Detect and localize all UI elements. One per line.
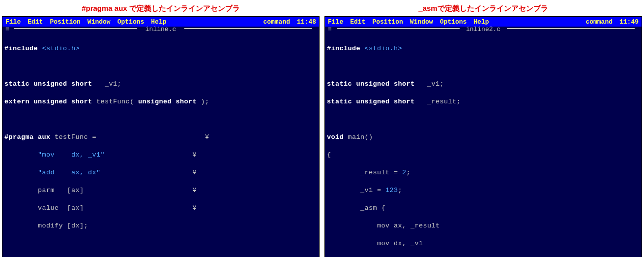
code-area[interactable]: #include <stdio.h> static unsigned short…	[325, 34, 642, 257]
right-caption: _asmで定義したインラインアセンブラ	[324, 2, 642, 16]
menu-edit[interactable]: Edit	[28, 18, 43, 26]
control-menu-icon[interactable]: ≡	[328, 27, 331, 33]
title-line: ≡ inline2.c	[325, 27, 642, 34]
control-menu-icon[interactable]: ≡	[5, 27, 9, 33]
left-caption: #pragma aux で定義したインラインアセンブラ	[2, 2, 320, 16]
mode-indicator: command	[263, 18, 290, 26]
menu-help[interactable]: Help	[151, 18, 166, 26]
menu-bar: File Edit Position Window Options Help c…	[2, 17, 319, 27]
menu-position[interactable]: Position	[50, 18, 80, 26]
clock: 11:49	[619, 18, 639, 26]
menu-window[interactable]: Window	[88, 18, 111, 26]
clock: 11:48	[297, 18, 316, 26]
left-editor-panel: #pragma aux で定義したインラインアセンブラ File Edit Po…	[2, 2, 320, 255]
menu-file[interactable]: File	[328, 18, 343, 26]
menu-window[interactable]: Window	[410, 18, 433, 26]
left-editor: File Edit Position Window Options Help c…	[2, 16, 320, 257]
title-line: ≡ inline.c	[2, 27, 319, 34]
code-area[interactable]: #include <stdio.h> static unsigned short…	[2, 34, 319, 257]
menu-file[interactable]: File	[5, 18, 21, 26]
menu-options[interactable]: Options	[440, 18, 467, 26]
right-editor-panel: _asmで定義したインラインアセンブラ File Edit Position W…	[324, 2, 642, 255]
filename-label: inline2.c	[464, 27, 502, 33]
menu-edit[interactable]: Edit	[350, 18, 365, 26]
menu-position[interactable]: Position	[372, 18, 403, 26]
menu-options[interactable]: Options	[117, 18, 145, 26]
right-editor: File Edit Position Window Options Help c…	[324, 16, 642, 257]
menu-bar: File Edit Position Window Options Help c…	[325, 17, 642, 27]
menu-help[interactable]: Help	[473, 18, 489, 26]
filename-label: inline.c	[144, 27, 178, 33]
mode-indicator: command	[585, 18, 613, 26]
